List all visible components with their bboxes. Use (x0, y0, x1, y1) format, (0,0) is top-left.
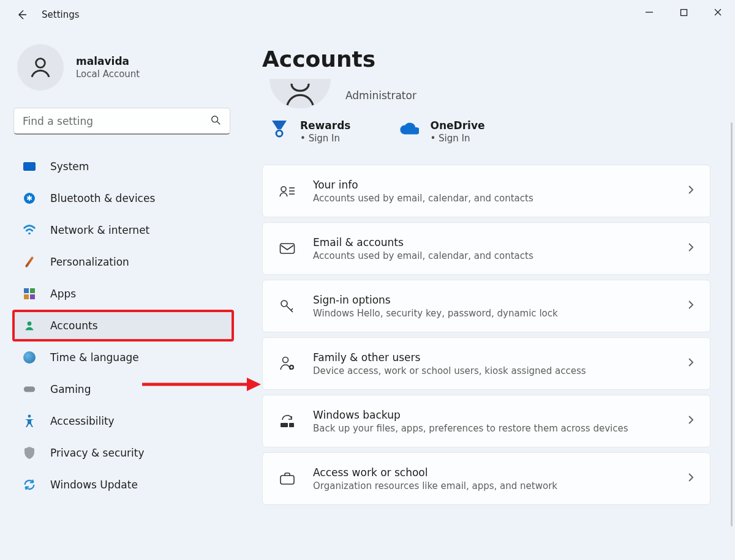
sidebar-item-label: Privacy & security (50, 447, 145, 459)
svg-line-6 (217, 121, 221, 124)
svg-point-17 (281, 301, 287, 307)
svg-point-5 (212, 116, 218, 122)
search-input[interactable] (23, 115, 210, 127)
app-title: Settings (42, 9, 80, 20)
sidebar-item-bluetooth[interactable]: ✱ Bluetooth & devices (13, 184, 233, 213)
sidebar-item-accessibility[interactable]: Accessibility (13, 406, 233, 436)
svg-point-8 (28, 321, 32, 326)
promo-row: Rewards Sign In OneDrive Sign In (262, 119, 710, 144)
close-button[interactable] (701, 0, 735, 24)
card-desc: Organization resources like email, apps,… (313, 480, 688, 491)
svg-rect-1 (680, 9, 687, 15)
apps-icon (22, 286, 37, 301)
close-icon (714, 8, 722, 17)
back-button[interactable] (12, 5, 32, 24)
sidebar-item-label: System (50, 160, 89, 173)
svg-rect-22 (281, 423, 288, 427)
card-title: Windows backup (313, 409, 688, 421)
chevron-right-icon (688, 185, 694, 197)
account-type: Local Account (76, 69, 140, 80)
sidebar-item-accounts[interactable]: Accounts (13, 311, 233, 340)
minimize-button[interactable] (632, 0, 666, 24)
sidebar-item-windows-update[interactable]: Windows Update (13, 470, 233, 499)
paintbrush-icon (22, 255, 37, 269)
scrollbar-thumb[interactable] (731, 122, 733, 526)
globe-clock-icon (22, 350, 37, 365)
minimize-icon (645, 8, 654, 17)
username: malavida (76, 55, 140, 67)
sidebar-item-label: Time & language (50, 351, 139, 364)
maximize-icon (680, 9, 688, 17)
rewards-icon (270, 119, 289, 139)
promo-sub: Sign In (430, 133, 484, 144)
sidebar-item-privacy[interactable]: Privacy & security (13, 438, 233, 468)
promo-title: Rewards (300, 119, 350, 132)
svg-rect-16 (281, 244, 295, 253)
sidebar-item-personalization[interactable]: Personalization (13, 247, 233, 277)
card-access-work-school[interactable]: Access work or school Organization resou… (262, 452, 710, 505)
card-title: Email & accounts (313, 236, 688, 248)
chevron-right-icon (688, 242, 694, 255)
svg-point-4 (36, 59, 45, 68)
briefcase-icon (279, 470, 296, 487)
card-family-other-users[interactable]: Family & other users Device access, work… (262, 337, 710, 390)
svg-point-11 (276, 130, 282, 136)
card-desc: Accounts used by email, calendar, and co… (313, 193, 688, 204)
person-icon (28, 54, 53, 80)
svg-rect-9 (24, 386, 35, 392)
sidebar-item-gaming[interactable]: Gaming (13, 375, 233, 404)
sidebar: malavida Local Account System ✱ Bluetoot… (0, 29, 244, 560)
card-desc: Back up your files, apps, preferences to… (313, 423, 688, 434)
svg-point-7 (28, 233, 31, 235)
system-icon (22, 159, 37, 174)
profile-role: Administrator (345, 89, 417, 102)
shield-icon (22, 446, 37, 460)
promo-title: OneDrive (430, 119, 484, 132)
user-labels: malavida Local Account (76, 55, 140, 80)
card-windows-backup[interactable]: Windows backup Back up your files, apps,… (262, 395, 710, 447)
promo-rewards[interactable]: Rewards Sign In (270, 119, 350, 144)
sidebar-item-label: Accessibility (50, 415, 115, 427)
maximize-button[interactable] (666, 0, 701, 24)
onedrive-icon (399, 119, 419, 139)
avatar (17, 44, 64, 91)
content-area: Accounts Administrator Rewards Sign In (244, 29, 735, 560)
cards-list: Your info Accounts used by email, calend… (262, 165, 710, 505)
card-desc: Device access, work or school users, kio… (313, 365, 688, 376)
back-arrow-icon (16, 9, 28, 21)
sidebar-item-time-language[interactable]: Time & language (13, 343, 233, 372)
update-icon (22, 477, 37, 492)
gamepad-icon (22, 382, 37, 397)
mail-icon (279, 240, 296, 257)
card-title: Family & other users (313, 351, 688, 364)
promo-onedrive[interactable]: OneDrive Sign In (399, 119, 484, 144)
card-sign-in-options[interactable]: Sign-in options Windows Hello, security … (262, 280, 710, 332)
card-desc: Windows Hello, security key, password, d… (313, 308, 688, 319)
svg-point-12 (281, 187, 286, 192)
sidebar-item-network[interactable]: Network & internet (13, 215, 233, 245)
user-block[interactable]: malavida Local Account (13, 44, 233, 91)
card-desc: Accounts used by email, calendar, and co… (313, 250, 688, 261)
card-your-info[interactable]: Your info Accounts used by email, calend… (262, 165, 710, 217)
promo-sub: Sign In (300, 133, 350, 144)
nav-list: System ✱ Bluetooth & devices Network & i… (13, 152, 233, 499)
your-info-icon (279, 182, 296, 200)
profile-row: Administrator (262, 79, 710, 108)
card-title: Sign-in options (313, 294, 688, 306)
sidebar-item-label: Apps (50, 288, 76, 300)
backup-icon (279, 413, 296, 430)
sidebar-item-apps[interactable]: Apps (13, 279, 233, 308)
page-title: Accounts (262, 47, 710, 72)
accessibility-icon (22, 414, 37, 428)
chevron-right-icon (688, 472, 694, 485)
search-box[interactable] (13, 108, 230, 135)
profile-avatar (270, 79, 331, 108)
sidebar-item-system[interactable]: System (13, 152, 233, 181)
person-icon (283, 79, 317, 108)
chevron-right-icon (688, 300, 694, 312)
svg-rect-24 (281, 476, 294, 484)
promo-labels: Rewards Sign In (300, 119, 350, 144)
card-email-accounts[interactable]: Email & accounts Accounts used by email,… (262, 222, 710, 275)
promo-labels: OneDrive Sign In (430, 119, 484, 144)
sidebar-item-label: Accounts (50, 319, 98, 332)
